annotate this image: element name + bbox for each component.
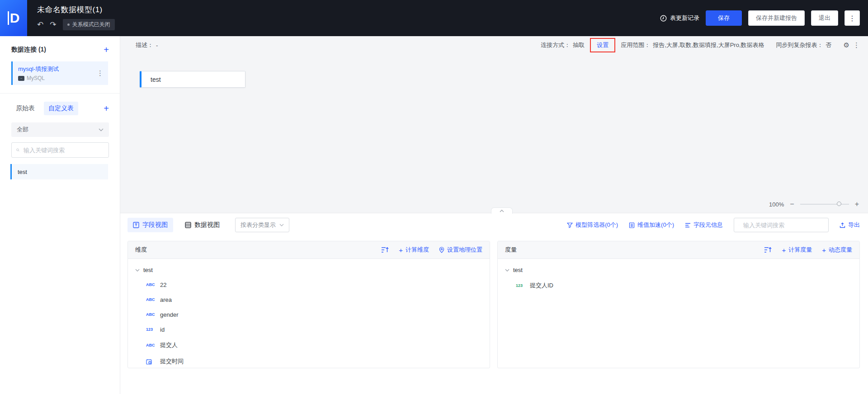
bottom-panel: 字段视图 数据视图 按表分类显示 模 bbox=[120, 213, 868, 394]
sidebar: 数据连接 (1) + mysql-填报测试 ~ MySQL ⋮ 原始表 自定义表… bbox=[0, 36, 120, 394]
sync-complex-report-label: 同步到复杂报表： bbox=[776, 41, 823, 49]
collapse-panel-button[interactable] bbox=[491, 207, 513, 214]
dimension-field-row[interactable]: 123 id bbox=[128, 322, 490, 337]
data-connections-title: 数据连接 (1) bbox=[11, 46, 46, 54]
set-geo-location-link[interactable]: 设置地理位置 bbox=[439, 246, 482, 254]
logo-letter: D bbox=[8, 11, 20, 25]
table-filter-value: 全部 bbox=[17, 126, 28, 134]
tab-custom-tables[interactable]: 自定义表 bbox=[44, 102, 78, 115]
chevron-down-icon bbox=[505, 269, 509, 272]
funnel-icon bbox=[567, 222, 573, 228]
list-doc-icon bbox=[629, 222, 635, 228]
sidebar-search-input[interactable] bbox=[23, 146, 104, 154]
add-dynamic-measure-link[interactable]: + 动态度量 bbox=[822, 246, 852, 254]
add-table-button[interactable]: + bbox=[104, 104, 109, 113]
dimension-field-row[interactable]: ABC area bbox=[128, 292, 490, 307]
sync-complex-report-value: 否 bbox=[826, 41, 832, 49]
tab-field-view[interactable]: 字段视图 bbox=[127, 218, 173, 232]
sort-icon[interactable] bbox=[381, 247, 389, 253]
lines-icon bbox=[685, 223, 691, 228]
number-field-icon: 123 bbox=[146, 328, 156, 332]
sidebar-search-box bbox=[11, 142, 109, 158]
export-icon bbox=[840, 222, 845, 228]
top-header: D 未命名数据模型(1) ↶ ↷ 关系模式已关闭 表更新记录 保存 保存 bbox=[0, 0, 868, 36]
zoom-slider[interactable] bbox=[800, 204, 849, 205]
dimension-group-row[interactable]: test bbox=[128, 263, 490, 277]
zoom-in-button[interactable]: + bbox=[855, 200, 859, 208]
model-toolbar: 描述： - 连接方式： 抽取 设置 应用范围： 报告,大屏,取数,数据填报,大屏… bbox=[120, 36, 868, 54]
field-view-icon bbox=[133, 222, 139, 228]
description-value: - bbox=[156, 42, 158, 49]
dimension-field-row[interactable]: ABC 22 bbox=[128, 277, 490, 292]
sidebar-table-item[interactable]: test bbox=[10, 164, 108, 179]
canvas-table-node[interactable]: test bbox=[140, 71, 245, 88]
chevron-up-icon bbox=[500, 210, 504, 212]
sort-icon[interactable] bbox=[764, 247, 772, 253]
app-logo-icon[interactable]: D bbox=[0, 0, 27, 36]
gear-icon[interactable]: ⚙ bbox=[844, 41, 849, 49]
connection-name: mysql-填报测试 bbox=[18, 65, 59, 73]
export-link[interactable]: 导出 bbox=[840, 221, 860, 229]
save-button[interactable]: 保存 bbox=[706, 10, 742, 26]
add-connection-button[interactable]: + bbox=[104, 45, 109, 54]
settings-highlight-box: 设置 bbox=[590, 38, 615, 52]
scope-label: 应用范围： bbox=[621, 41, 650, 49]
dimension-field-row[interactable]: 提交时间 bbox=[128, 353, 490, 368]
undo-icon[interactable]: ↶ bbox=[37, 21, 43, 28]
add-calc-dimension-link[interactable]: + 计算维度 bbox=[399, 246, 429, 254]
field-name: area bbox=[160, 296, 172, 303]
number-field-icon: 123 bbox=[516, 284, 526, 288]
connection-more-icon[interactable]: ⋮ bbox=[97, 69, 104, 77]
toolbar-more-icon[interactable]: ⋮ bbox=[853, 41, 860, 49]
connection-type: MySQL bbox=[27, 75, 45, 81]
fields-search-input[interactable] bbox=[742, 221, 824, 229]
search-icon bbox=[16, 147, 19, 153]
measure-field-row[interactable]: 123 提交人ID bbox=[498, 277, 859, 294]
tab-data-view[interactable]: 数据视图 bbox=[179, 218, 225, 232]
measure-group-row[interactable]: test bbox=[498, 263, 859, 277]
plus-icon: + bbox=[782, 247, 786, 253]
connect-settings-link[interactable]: 设置 bbox=[597, 42, 609, 48]
connect-mode-value: 抽取 bbox=[573, 41, 585, 49]
chevron-down-icon bbox=[279, 224, 284, 226]
relation-mode-badge: 关系模式已关闭 bbox=[63, 19, 115, 30]
chevron-down-icon bbox=[135, 269, 140, 272]
dimension-field-row[interactable]: ABC gender bbox=[128, 307, 490, 322]
app-window: D 未命名数据模型(1) ↶ ↷ 关系模式已关闭 表更新记录 保存 保存 bbox=[0, 0, 868, 394]
connection-item[interactable]: mysql-填报测试 ~ MySQL ⋮ bbox=[11, 61, 108, 85]
mysql-db-icon: ~ bbox=[18, 76, 24, 81]
field-name: 22 bbox=[160, 281, 166, 288]
table-filter-select[interactable]: 全部 bbox=[11, 122, 109, 137]
model-filter-link[interactable]: 模型筛选器(0个) bbox=[567, 221, 618, 229]
status-dot-icon bbox=[67, 23, 70, 26]
data-view-icon bbox=[185, 222, 191, 228]
page-title: 未命名数据模型(1) bbox=[37, 5, 115, 15]
title-block: 未命名数据模型(1) ↶ ↷ 关系模式已关闭 bbox=[37, 0, 115, 36]
measures-title: 度量 bbox=[505, 246, 517, 254]
fields-cards: 维度 + 计算维度 bbox=[120, 232, 868, 376]
location-pin-icon bbox=[439, 247, 444, 253]
exit-button[interactable]: 退出 bbox=[811, 10, 838, 26]
zoom-out-button[interactable]: − bbox=[790, 200, 794, 208]
text-field-icon: ABC bbox=[146, 298, 156, 302]
group-by-table-select[interactable]: 按表分类显示 bbox=[235, 218, 289, 232]
zoom-slider-handle[interactable] bbox=[837, 202, 841, 206]
dimension-accelerate-link[interactable]: 维值加速(0个) bbox=[629, 221, 674, 229]
save-and-new-report-button[interactable]: 保存并新建报告 bbox=[748, 10, 805, 26]
field-name: 提交人ID bbox=[530, 281, 553, 290]
field-meta-link[interactable]: 字段元信息 bbox=[685, 221, 723, 229]
fields-search-box bbox=[734, 218, 829, 232]
plus-icon: + bbox=[399, 247, 403, 253]
tab-original-tables[interactable]: 原始表 bbox=[11, 102, 39, 115]
field-name: 提交时间 bbox=[160, 357, 184, 366]
redo-icon[interactable]: ↷ bbox=[50, 21, 56, 28]
header-more-button[interactable]: ⋮ bbox=[844, 10, 860, 26]
dimensions-panel: 维度 + 计算维度 bbox=[127, 241, 490, 368]
table-update-log-link[interactable]: 表更新记录 bbox=[660, 14, 699, 22]
search-icon bbox=[739, 222, 739, 228]
dimension-field-row[interactable]: ABC 提交人 bbox=[128, 337, 490, 353]
add-calc-measure-link[interactable]: + 计算度量 bbox=[782, 246, 812, 254]
text-field-icon: ABC bbox=[146, 313, 156, 317]
views-toolbar: 字段视图 数据视图 按表分类显示 模 bbox=[120, 213, 868, 232]
model-canvas[interactable]: 描述： - 连接方式： 抽取 设置 应用范围： 报告,大屏,取数,数据填报,大屏… bbox=[120, 36, 868, 213]
